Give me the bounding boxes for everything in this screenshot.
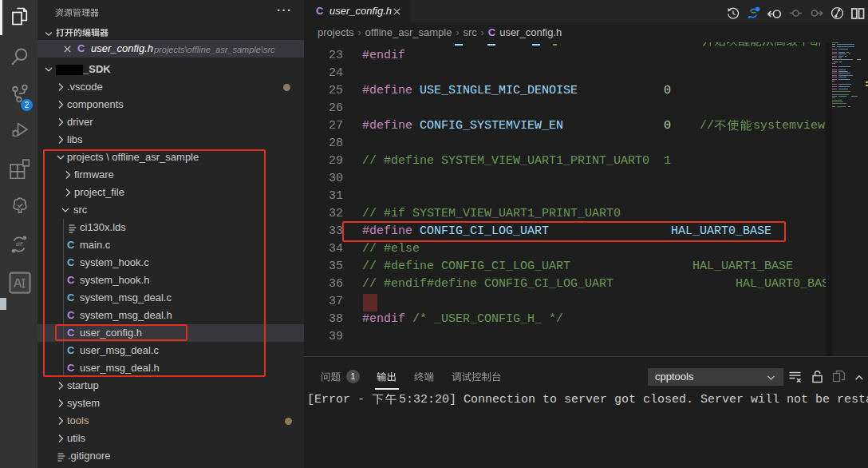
svg-text:diff: diff [16, 241, 24, 247]
